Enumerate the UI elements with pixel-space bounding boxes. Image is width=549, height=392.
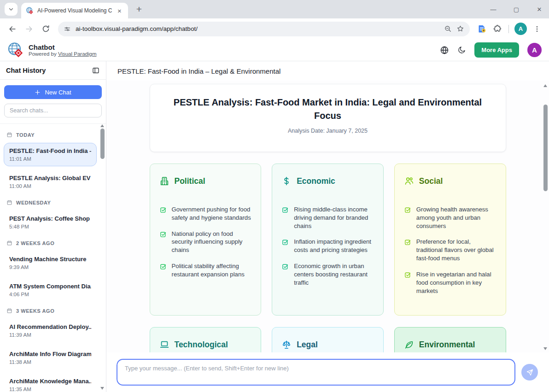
language-globe-icon[interactable] [440, 46, 449, 55]
card-item-list: Rising middle-class income driving deman… [281, 205, 374, 287]
maximize-button[interactable]: ▢ [513, 6, 520, 13]
chat-group-text: 2 WEEKS AGO [16, 240, 54, 246]
extensions-button[interactable] [490, 22, 505, 36]
chat-history-item[interactable]: Vending Machine Structure9:39 AM [4, 251, 97, 275]
scroll-up-arrow[interactable] [543, 84, 547, 87]
tab-search-button[interactable] [5, 3, 18, 16]
app-header: Chatbot Powered by Visual Paradigm More … [0, 39, 549, 61]
dark-mode-moon-icon[interactable] [457, 46, 466, 54]
chat-item-time: 11:38 AM [9, 359, 91, 365]
card-item: Political stability affecting restaurant… [159, 262, 252, 279]
card-item-text: National policy on food security influen… [172, 230, 252, 254]
chat-item-time: 5:48 PM [9, 224, 91, 229]
chat-history-item[interactable]: AI Recommendation Deploy...11:39 AM [4, 319, 97, 342]
chat-item-time: 4:06 PM [9, 292, 91, 297]
scales-icon [281, 339, 292, 350]
visual-paradigm-link[interactable]: Visual Paradigm [58, 51, 97, 57]
more-apps-button[interactable]: More Apps [474, 42, 519, 58]
app-title: Chatbot [29, 43, 96, 51]
chat-history-item[interactable]: PESTLE Analysis: Global EV In...11:00 AM [4, 170, 97, 193]
pestle-cards-row-2: TechnologicalLegalEnvironmental [150, 327, 506, 352]
back-button[interactable] [5, 21, 20, 37]
chat-history-sidebar: Chat History New Chat TODAYPESTLE: Fast-… [0, 61, 106, 392]
chat-item-time: 11:35 AM [9, 386, 91, 392]
chat-item-title: Vending Machine Structure [9, 256, 91, 263]
plus-icon [35, 89, 41, 95]
check-square-icon [281, 263, 289, 270]
chat-history-item[interactable]: PESTLE: Fast-Food in India – ...11:01 AM [4, 143, 97, 166]
card-title: Political [175, 176, 205, 186]
forward-button[interactable] [21, 21, 37, 37]
pestle-card-technological: Technological [150, 327, 262, 352]
minimize-button[interactable]: — [490, 6, 496, 13]
new-chat-label: New Chat [45, 89, 71, 96]
new-tab-button[interactable]: + [133, 3, 146, 16]
chat-item-time: 11:39 AM [9, 332, 91, 338]
card-item-text: Government pushing for food safety and h… [172, 205, 252, 222]
scrollbar-thumb[interactable] [100, 129, 105, 159]
check-square-icon [281, 206, 289, 214]
user-avatar[interactable]: A [527, 43, 542, 57]
card-item-text: Inflation impacting ingredient costs and… [294, 238, 374, 254]
calendar-icon [6, 308, 12, 314]
pestle-card-legal: Legal [272, 327, 384, 352]
card-title: Legal [297, 340, 318, 350]
message-input[interactable] [117, 359, 515, 386]
chat-history-item[interactable]: ATM System Component Dia...4:06 PM [4, 278, 97, 302]
tab-close-icon[interactable]: × [116, 7, 123, 15]
powered-by: Powered by Visual Paradigm [29, 51, 96, 57]
url-bar[interactable]: ai-toolbox.visual-paradigm.com/app/chatb… [58, 22, 470, 36]
chevron-down-icon [8, 6, 14, 12]
new-chat-button[interactable]: New Chat [4, 85, 102, 99]
card-item: Inflation impacting ingredient costs and… [281, 238, 374, 254]
chat-item-title: PESTLE Analysis: Global EV In... [9, 175, 91, 181]
chat-history-item[interactable]: ArchiMate Knowledge Mana...11:35 AM [4, 373, 97, 392]
browser-profile-avatar[interactable]: A [514, 23, 527, 35]
browser-window: AI-Powered Visual Modeling Ch × + — ▢ ✕ … [0, 0, 549, 392]
card-title: Social [419, 176, 443, 186]
chat-messages-area: PESTLE Analysis: Fast-Food Market in Ind… [106, 81, 549, 352]
zoom-icon[interactable] [444, 25, 452, 33]
card-item-text: Rise in vegetarian and halal food consum… [416, 270, 496, 295]
reload-button[interactable] [38, 21, 53, 37]
sidebar-scrollbar[interactable] [99, 122, 105, 392]
scroll-down-arrow[interactable] [543, 347, 547, 350]
chat-group-text: TODAY [16, 132, 35, 138]
sidebar-header: Chat History [0, 61, 106, 80]
calendar-icon [6, 240, 12, 246]
browser-tab[interactable]: AI-Powered Visual Modeling Ch × [21, 3, 128, 18]
card-item: Growing health awareness among youth and… [404, 205, 496, 230]
card-item-list: Government pushing for food safety and h… [159, 205, 252, 279]
content-area: Chat History New Chat TODAYPESTLE: Fast-… [0, 61, 549, 392]
chat-history-item[interactable]: ArchiMate Info Flow Diagram11:38 AM [4, 346, 97, 369]
main-scrollbar[interactable] [542, 82, 549, 352]
scroll-up-arrow[interactable] [100, 124, 104, 127]
check-square-icon [281, 238, 289, 246]
check-square-icon [404, 271, 412, 279]
laptop-icon [159, 339, 169, 350]
search-chats-input[interactable] [4, 104, 102, 117]
close-window-button[interactable]: ✕ [536, 6, 543, 13]
scrollbar-thumb[interactable] [543, 105, 548, 191]
send-button[interactable] [521, 364, 538, 380]
bookmark-star-icon[interactable] [456, 25, 464, 33]
scroll-down-arrow[interactable] [100, 387, 104, 390]
toolbar-separator [508, 25, 509, 33]
browser-menu-button[interactable] [530, 22, 544, 36]
chat-item-title: ArchiMate Info Flow Diagram [9, 351, 91, 357]
chat-item-time: 11:00 AM [9, 183, 91, 189]
pestle-card-environmental: Environmental [394, 327, 506, 352]
reading-list-icon [477, 24, 487, 34]
reading-list-button[interactable] [474, 22, 489, 36]
site-info-icon[interactable] [64, 25, 71, 33]
chat-history-item[interactable]: PEST Analysis: Coffee Shop S...5:48 PM [4, 211, 97, 234]
leaf-icon [404, 339, 414, 350]
site-favicon [26, 7, 34, 15]
card-title: Economic [297, 176, 335, 186]
header-actions: More Apps A [440, 42, 542, 58]
sidebar-collapse-icon[interactable] [92, 66, 100, 75]
card-item-text: Rising middle-class income driving deman… [294, 205, 374, 230]
chat-history-list: TODAYPESTLE: Fast-Food in India – ...11:… [0, 124, 106, 392]
chat-main: PESTLE: Fast-Food in India – Legal & Env… [106, 61, 549, 392]
chat-item-title: ArchiMate Knowledge Mana... [9, 378, 91, 385]
